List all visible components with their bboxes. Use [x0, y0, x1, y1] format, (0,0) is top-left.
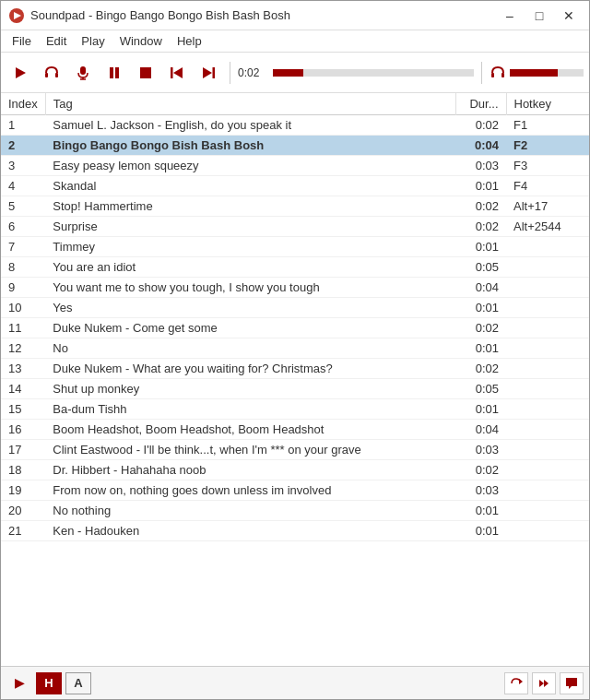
table-row[interactable]: 19From now on, nothing goes down unless … — [1, 481, 589, 501]
table-row[interactable]: 20No nothing0:01 — [1, 501, 589, 521]
play-button[interactable] — [6, 59, 34, 87]
cell-dur: 0:04 — [455, 420, 506, 440]
cell-index: 21 — [1, 521, 45, 541]
cell-hotkey — [506, 440, 589, 460]
status-replay-button[interactable] — [504, 672, 528, 694]
cell-index: 16 — [1, 420, 45, 440]
table-row[interactable]: 1Samuel L. Jackson - English, do you spe… — [1, 115, 589, 136]
table-row[interactable]: 11Duke Nukem - Come get some0:02 — [1, 318, 589, 338]
cell-hotkey — [506, 379, 589, 399]
table-row[interactable]: 17Clint Eastwood - I'll be think...t, wh… — [1, 440, 589, 460]
header-index: Index — [1, 93, 45, 115]
table-row[interactable]: 18Dr. Hibbert - Hahahaha noob0:02 — [1, 460, 589, 481]
cell-hotkey — [506, 318, 589, 338]
pause-button[interactable] — [100, 59, 128, 87]
time-display: 0:02 — [238, 66, 267, 79]
status-play-button[interactable]: ▶ — [6, 672, 32, 694]
menu-play[interactable]: Play — [74, 32, 112, 50]
table-row[interactable]: 5Stop! Hammertime0:02Alt+17 — [1, 196, 589, 217]
status-bar-left: ▶ H A — [6, 672, 91, 694]
play-icon — [13, 65, 28, 80]
toolbar-separator-2 — [481, 62, 482, 84]
table-row[interactable]: 2Bingo Bango Bongo Bish Bash Bosh0:04F2 — [1, 136, 589, 156]
cell-dur: 0:02 — [455, 460, 506, 481]
prev-button[interactable] — [163, 59, 191, 87]
svg-marker-17 — [519, 679, 523, 684]
table-row[interactable]: 3Easy peasy lemon squeezy0:03F3 — [1, 156, 589, 176]
cell-hotkey: F2 — [506, 136, 589, 156]
sound-list-container[interactable]: Index Tag Dur... Hotkey 1Samuel L. Jacks… — [1, 93, 589, 666]
volume-bar[interactable] — [510, 69, 584, 77]
minimize-button[interactable]: – — [497, 6, 523, 26]
cell-dur: 0:05 — [455, 379, 506, 399]
close-button[interactable]: ✕ — [556, 6, 582, 26]
cell-tag: Yes — [45, 298, 455, 318]
cell-dur: 0:01 — [455, 176, 506, 196]
svg-rect-11 — [171, 67, 173, 78]
table-row[interactable]: 7Timmey0:01 — [1, 237, 589, 257]
menu-help[interactable]: Help — [170, 32, 209, 50]
menu-edit[interactable]: Edit — [39, 32, 74, 50]
status-bar: ▶ H A — [1, 666, 589, 699]
cell-index: 13 — [1, 359, 45, 379]
cell-tag: Dr. Hibbert - Hahahaha noob — [45, 460, 455, 481]
cell-tag: You are an idiot — [45, 257, 455, 278]
cell-hotkey — [506, 501, 589, 521]
table-row[interactable]: 6Surprise0:02Alt+2544 — [1, 217, 589, 237]
cell-tag: Ba-dum Tishh — [45, 399, 455, 420]
cell-dur: 0:03 — [455, 481, 506, 501]
svg-rect-3 — [45, 73, 48, 77]
progress-area: 0:02 — [238, 66, 474, 79]
table-row[interactable]: 12No0:01 — [1, 338, 589, 359]
cell-index: 20 — [1, 501, 45, 521]
status-a-button[interactable]: A — [65, 672, 91, 694]
progress-bar[interactable] — [273, 69, 474, 77]
headphones-button[interactable] — [38, 59, 65, 87]
table-row[interactable]: 21Ken - Hadouken0:01 — [1, 521, 589, 541]
next-button[interactable] — [195, 59, 222, 87]
cell-dur: 0:03 — [455, 440, 506, 460]
table-body: 1Samuel L. Jackson - English, do you spe… — [1, 115, 589, 541]
cell-dur: 0:01 — [455, 399, 506, 420]
table-row[interactable]: 10Yes0:01 — [1, 298, 589, 318]
stop-icon — [139, 66, 152, 79]
cell-tag: Samuel L. Jackson - English, do you spea… — [45, 115, 455, 136]
volume-headphones-icon — [490, 65, 506, 81]
progress-bar-fill — [273, 69, 303, 77]
cell-tag: Stop! Hammertime — [45, 196, 455, 217]
menu-window[interactable]: Window — [112, 32, 170, 50]
cell-dur: 0:01 — [455, 521, 506, 541]
cell-tag: Shut up monkey — [45, 379, 455, 399]
table-row[interactable]: 8You are an idiot0:05 — [1, 257, 589, 278]
table-row[interactable]: 9You want me to show you tough, I show y… — [1, 278, 589, 298]
cell-dur: 0:01 — [455, 298, 506, 318]
menu-file[interactable]: File — [5, 32, 39, 50]
sound-list-table: Index Tag Dur... Hotkey 1Samuel L. Jacks… — [1, 93, 589, 541]
cell-hotkey — [506, 481, 589, 501]
cell-hotkey — [506, 298, 589, 318]
cell-index: 12 — [1, 338, 45, 359]
table-row[interactable]: 13Duke Nukem - What are you waiting for?… — [1, 359, 589, 379]
status-forward-button[interactable] — [532, 672, 556, 694]
cell-index: 2 — [1, 136, 45, 156]
mic-button[interactable] — [69, 59, 97, 87]
table-row[interactable]: 4Skandal0:01F4 — [1, 176, 589, 196]
cell-dur: 0:05 — [455, 257, 506, 278]
cell-tag: No nothing — [45, 501, 455, 521]
prev-icon — [170, 65, 184, 80]
status-chat-button[interactable] — [560, 672, 584, 694]
svg-rect-16 — [502, 73, 504, 77]
table-row[interactable]: 14Shut up monkey0:05 — [1, 379, 589, 399]
cell-hotkey: F3 — [506, 156, 589, 176]
cell-hotkey: Alt+17 — [506, 196, 589, 217]
app-icon — [8, 7, 25, 24]
next-icon — [201, 65, 216, 80]
svg-rect-5 — [80, 66, 86, 75]
status-h-button[interactable]: H — [36, 672, 62, 694]
table-row[interactable]: 15Ba-dum Tishh0:01 — [1, 399, 589, 420]
header-hotkey: Hotkey — [506, 93, 589, 115]
stop-button[interactable] — [132, 59, 159, 87]
table-row[interactable]: 16Boom Headshot, Boom Headshot, Boom Hea… — [1, 420, 589, 440]
maximize-button[interactable]: □ — [526, 6, 552, 26]
cell-index: 8 — [1, 257, 45, 278]
